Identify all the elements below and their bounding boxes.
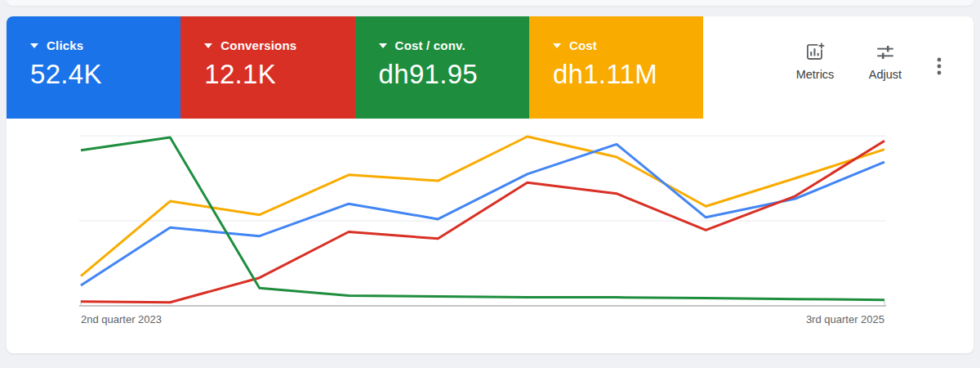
series-line-clicks [81,144,884,285]
more-options-button[interactable] [929,58,949,78]
metrics-button-label: Metrics [796,68,835,81]
series-line-cost-conv [81,137,884,300]
scorecard-clicks[interactable]: Clicks 52.4K [7,16,180,119]
scorecard-conversions[interactable]: Conversions 12.1K [180,16,354,119]
performance-trend-chart[interactable] [79,123,886,312]
scorecard-cost-per-conv-header: Cost / conv. [379,38,529,52]
scorecard-cost-per-conv[interactable]: Cost / conv. dh91.95 [355,16,529,119]
scorecard-clicks-value: 52.4K [30,59,180,90]
scorecard-conversions-label: Conversions [220,38,296,52]
scorecard-conversions-value: 12.1K [204,59,354,90]
chart-add-icon [804,42,826,68]
sliders-icon [875,42,896,68]
scorecard-cost-label: Cost [569,38,597,52]
scorecard-clicks-label: Clicks [47,38,83,52]
chart-toolbar: Metrics Adjust [789,42,949,81]
performance-summary-panel: Clicks 52.4K Conversions 12.1K Cost / co… [7,16,973,353]
metrics-button[interactable]: Metrics [789,42,841,81]
adjust-button-label: Adjust [869,68,902,81]
scorecard-cost-per-conv-label: Cost / conv. [395,38,466,52]
scorecard-conversions-header: Conversions [204,38,354,52]
scorecard-cost-header: Cost [553,38,703,52]
series-line-conversions [81,141,884,303]
scorecard-clicks-header: Clicks [30,38,180,52]
scorecard-cost-per-conv-value: dh91.95 [379,59,529,90]
dropdown-arrow-icon [30,43,38,48]
scorecard-cost-value: dh1.11M [553,59,703,90]
collapsed-panel-edge [7,0,973,6]
dropdown-arrow-icon [204,43,212,48]
scorecard-cost[interactable]: Cost dh1.11M [529,16,703,119]
dropdown-arrow-icon [553,43,561,48]
kebab-menu-icon [929,56,949,79]
adjust-button[interactable]: Adjust [859,42,911,81]
x-axis-label-end: 3rd quarter 2025 [806,313,884,325]
x-axis-label-start: 2nd quarter 2023 [81,313,162,325]
dropdown-arrow-icon [379,43,387,48]
